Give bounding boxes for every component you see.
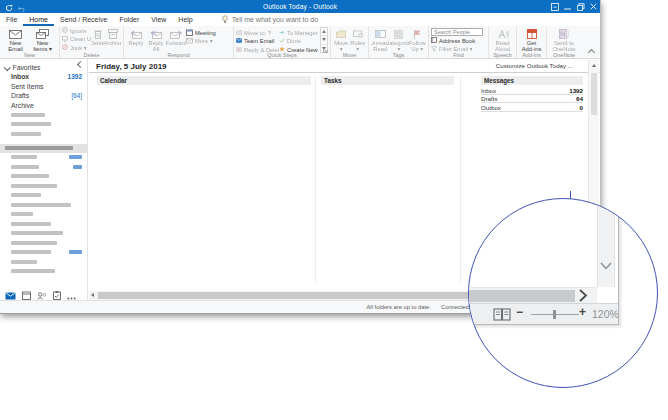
follow-up-button[interactable]: Follow Up ▾ <box>409 27 426 52</box>
account-header[interactable] <box>0 144 87 153</box>
list-item[interactable] <box>0 238 87 248</box>
forward-icon <box>170 28 182 40</box>
ribbon-group-move: Move ▾ Rules ▾ Move <box>331 26 369 58</box>
list-item[interactable] <box>0 153 87 163</box>
account-folder-list <box>0 153 87 277</box>
reply-all-button[interactable]: Reply All <box>146 27 166 52</box>
tab-view[interactable]: View <box>145 13 172 26</box>
get-addins-button[interactable]: Get Add-ins <box>519 27 544 52</box>
ribbon-display-options-icon[interactable] <box>548 0 561 13</box>
sidebar-item-drafts[interactable]: Drafts [64] <box>0 91 87 101</box>
messages-column-header[interactable]: Messages <box>481 76 583 85</box>
favorites-header[interactable]: Favorites <box>0 62 87 72</box>
minimize-button[interactable] <box>561 0 574 13</box>
unread-read-button[interactable]: Unread/ Read <box>371 27 389 52</box>
quick-step-team-email[interactable]: Team Email <box>236 38 279 46</box>
meeting-button[interactable]: Meeting <box>186 29 228 37</box>
list-item[interactable] <box>0 120 87 130</box>
customize-outlook-today-link[interactable]: Customize Outlook Today ... <box>496 62 573 69</box>
tab-help[interactable]: Help <box>172 13 198 26</box>
quick-access-toolbar <box>0 0 33 16</box>
zoom-in-button[interactable]: + <box>579 305 586 319</box>
quick-step-to-manager[interactable]: To Manager <box>279 29 319 37</box>
magnified-horizontal-thumb[interactable] <box>469 290 575 302</box>
vertical-scrollbar-thumb[interactable] <box>591 73 597 115</box>
forward-button[interactable]: Forward <box>166 27 186 46</box>
list-item[interactable] <box>0 267 87 277</box>
tab-folder[interactable]: Folder <box>113 13 145 26</box>
sidebar-item-archive[interactable]: Archive <box>0 101 87 111</box>
quick-step-done[interactable]: Done <box>279 38 319 46</box>
messages-drafts-row[interactable]: Drafts64 <box>481 95 583 104</box>
new-email-button[interactable]: New Email <box>2 27 29 52</box>
new-items-button[interactable]: New Items ▾ <box>29 27 56 52</box>
categorize-button[interactable]: Categorize ▾ <box>389 27 408 52</box>
magnified-window-shadow <box>469 325 621 329</box>
done-check-icon <box>279 38 285 44</box>
list-item[interactable] <box>0 248 87 258</box>
list-item[interactable] <box>0 210 87 220</box>
move-folder-icon <box>336 28 346 40</box>
address-book-button[interactable]: Address Book <box>431 37 485 45</box>
zoom-slider-thumb[interactable] <box>553 310 556 319</box>
list-item[interactable] <box>0 162 87 172</box>
reply-button[interactable]: Reply <box>126 27 146 46</box>
rules-button[interactable]: Rules ▾ <box>350 27 367 52</box>
group-label-onenote: OneNote <box>547 52 581 58</box>
page: Outlook Today - Outlook File Home Send /… <box>0 0 668 420</box>
archive-button[interactable]: Archive <box>105 27 121 46</box>
column-divider <box>460 76 461 283</box>
sidebar-item-inbox[interactable]: Inbox 1392 <box>0 72 87 82</box>
junk-button[interactable]: Junk ▾ <box>62 44 91 52</box>
zoom-out-button[interactable]: − <box>516 305 523 319</box>
list-item[interactable] <box>0 229 87 239</box>
list-item[interactable] <box>0 181 87 191</box>
sidebar-item-sent-items[interactable]: Sent Items <box>0 82 87 92</box>
list-item[interactable] <box>0 257 87 267</box>
group-label-delete: Delete <box>60 52 123 58</box>
list-item[interactable] <box>0 200 87 210</box>
move-to-icon <box>236 30 242 36</box>
move-button[interactable]: Move ▾ <box>333 27 350 52</box>
get-addins-icon <box>527 28 537 40</box>
ribbon-group-respond: Reply Reply All Forward Meeting More ▾ R… <box>124 26 234 58</box>
send-receive-icon[interactable] <box>5 0 13 16</box>
messages-outbox-row[interactable]: Outbox0 <box>481 103 583 112</box>
search-people-input[interactable] <box>431 28 483 36</box>
tasks-column-header[interactable]: Tasks <box>321 76 454 85</box>
chevron-down-icon <box>4 64 10 70</box>
clean-up-icon <box>62 36 68 43</box>
ribbon-group-tags: Unread/ Read Categorize ▾ Follow Up ▾ Ta… <box>369 26 429 58</box>
tell-me-box[interactable]: Tell me what you want to do <box>221 13 318 26</box>
magnified-vertical-scrollbar[interactable] <box>597 199 615 287</box>
quick-steps-dialog-launcher[interactable] <box>323 39 328 57</box>
restore-button[interactable] <box>574 0 587 13</box>
tab-send-receive[interactable]: Send / Receive <box>54 13 113 26</box>
scroll-up-icon[interactable] <box>592 64 596 67</box>
collapse-ribbon-icon[interactable] <box>588 49 595 56</box>
ribbon-group-onenote: Send to OneNote OneNote <box>547 26 581 58</box>
messages-inbox-row[interactable]: Inbox1392 <box>481 86 583 95</box>
group-label-tags: Tags <box>369 52 428 58</box>
close-button[interactable] <box>587 0 600 13</box>
read-aloud-button[interactable]: Read Aloud <box>491 27 514 52</box>
undo-icon[interactable] <box>17 0 25 16</box>
list-item[interactable] <box>0 110 87 120</box>
title-bar: Outlook Today - Outlook <box>0 0 600 13</box>
send-to-onenote-button[interactable]: Send to OneNote <box>549 27 579 52</box>
zoom-level-label[interactable]: 120% <box>592 308 619 320</box>
clean-up-button[interactable]: Clean Up ▾ <box>62 36 91 44</box>
scroll-left-icon[interactable] <box>91 293 94 297</box>
list-item[interactable] <box>0 219 87 229</box>
ignore-button[interactable]: Ignore <box>62 27 91 35</box>
calendar-column-header[interactable]: Calendar <box>97 76 311 85</box>
list-item[interactable] <box>0 191 87 201</box>
list-item[interactable] <box>0 129 87 139</box>
list-item[interactable] <box>0 172 87 182</box>
more-button[interactable]: More ▾ <box>186 38 228 46</box>
delete-button[interactable]: Delete <box>91 27 105 46</box>
junk-icon <box>62 44 68 51</box>
follow-up-flag-icon <box>413 28 421 40</box>
quick-step-move-to[interactable]: Move to: ? <box>236 29 279 37</box>
customize-qat-icon[interactable] <box>29 0 33 16</box>
